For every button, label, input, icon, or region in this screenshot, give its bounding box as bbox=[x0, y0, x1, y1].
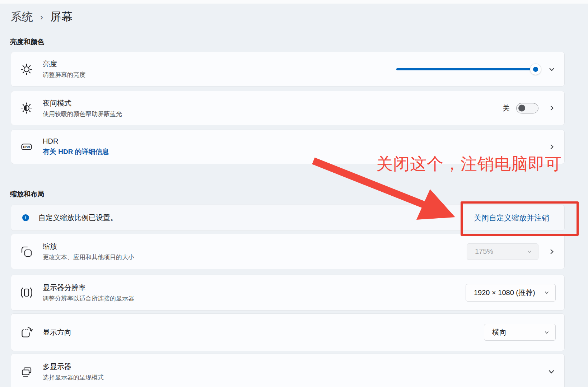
custom-scale-message: 自定义缩放比例已设置。 bbox=[38, 213, 117, 223]
scale-icon bbox=[20, 246, 33, 258]
breadcrumb: 系统 › 屏幕 bbox=[11, 9, 73, 24]
brightness-icon bbox=[20, 63, 33, 75]
svg-text:HDR: HDR bbox=[23, 145, 30, 149]
hdr-icon: HDR bbox=[20, 141, 33, 153]
resolution-dropdown-value: 1920 × 1080 (推荐) bbox=[474, 288, 535, 298]
resolution-icon bbox=[20, 286, 33, 299]
breadcrumb-system[interactable]: 系统 bbox=[11, 9, 33, 24]
toggle-knob bbox=[518, 105, 525, 112]
orientation-title: 显示方向 bbox=[43, 327, 71, 337]
scale-card: 缩放 更改文本、应用和其他项目的大小 175% bbox=[11, 234, 565, 269]
top-strip bbox=[0, 0, 588, 4]
orientation-icon bbox=[20, 326, 33, 339]
display-settings-page: 系统 › 屏幕 亮度和颜色 亮度 调整屏幕的亮度 bbox=[0, 0, 588, 387]
multi-display-subtitle: 选择显示器的呈现模式 bbox=[43, 373, 104, 382]
hdr-info-link[interactable]: 有关 HDR 的详细信息 bbox=[43, 147, 109, 157]
resolution-subtitle: 调整分辨率以适合所连接的显示器 bbox=[43, 294, 134, 303]
night-light-subtitle: 使用较暖的颜色帮助屏蔽蓝光 bbox=[43, 110, 122, 118]
multi-display-card: 多显示器 选择显示器的呈现模式 bbox=[11, 354, 565, 387]
page-title: 屏幕 bbox=[50, 9, 73, 24]
annotation-text: 关闭这个，注销电脑即可 bbox=[376, 153, 562, 175]
night-light-toggle[interactable] bbox=[516, 103, 538, 113]
night-light-icon bbox=[20, 102, 33, 114]
scale-subtitle: 更改文本、应用和其他项目的大小 bbox=[43, 253, 134, 261]
turn-off-custom-scaling-link[interactable]: 关闭自定义缩放并注销 bbox=[474, 213, 549, 223]
scale-title: 缩放 bbox=[43, 242, 134, 251]
brightness-title: 亮度 bbox=[43, 59, 85, 69]
hdr-title: HDR bbox=[43, 137, 109, 145]
orientation-dropdown-value: 横向 bbox=[492, 327, 507, 337]
brightness-subtitle: 调整屏幕的亮度 bbox=[43, 71, 85, 79]
orientation-card: 显示方向 横向 bbox=[11, 313, 565, 351]
chevron-down-icon bbox=[544, 290, 550, 295]
multi-display-icon bbox=[20, 365, 33, 378]
multi-display-expand-button[interactable] bbox=[547, 367, 556, 376]
hdr-open-button[interactable] bbox=[548, 143, 556, 151]
custom-scale-banner: i 自定义缩放比例已设置。 关闭自定义缩放并注销 bbox=[11, 205, 565, 231]
brightness-slider-track[interactable] bbox=[396, 68, 535, 70]
resolution-title: 显示器分辨率 bbox=[43, 283, 134, 293]
section-header-scale-layout: 缩放和布局 bbox=[10, 190, 44, 199]
night-light-open-button[interactable] bbox=[548, 104, 556, 112]
breadcrumb-separator: › bbox=[40, 11, 43, 22]
resolution-dropdown[interactable]: 1920 × 1080 (推荐) bbox=[466, 284, 556, 302]
brightness-slider-thumb[interactable] bbox=[530, 64, 541, 75]
night-light-title: 夜间模式 bbox=[43, 98, 122, 108]
chevron-down-icon bbox=[527, 249, 532, 255]
scale-open-button[interactable] bbox=[548, 248, 556, 256]
info-icon: i bbox=[22, 214, 29, 221]
scale-dropdown-value: 175% bbox=[475, 247, 493, 256]
scale-dropdown: 175% bbox=[467, 243, 538, 260]
night-light-card[interactable]: 夜间模式 使用较暖的颜色帮助屏蔽蓝光 关 bbox=[11, 91, 565, 125]
orientation-dropdown[interactable]: 横向 bbox=[484, 324, 556, 341]
resolution-card: 显示器分辨率 调整分辨率以适合所连接的显示器 1920 × 1080 (推荐) bbox=[11, 275, 565, 311]
brightness-slider[interactable] bbox=[396, 64, 537, 75]
section-header-brightness-color: 亮度和颜色 bbox=[10, 37, 44, 47]
chevron-down-icon bbox=[544, 330, 550, 335]
brightness-card: 亮度 调整屏幕的亮度 bbox=[11, 52, 565, 87]
night-light-toggle-state-label: 关 bbox=[503, 103, 510, 113]
brightness-expand-button[interactable] bbox=[548, 65, 556, 73]
multi-display-title: 多显示器 bbox=[43, 362, 104, 372]
